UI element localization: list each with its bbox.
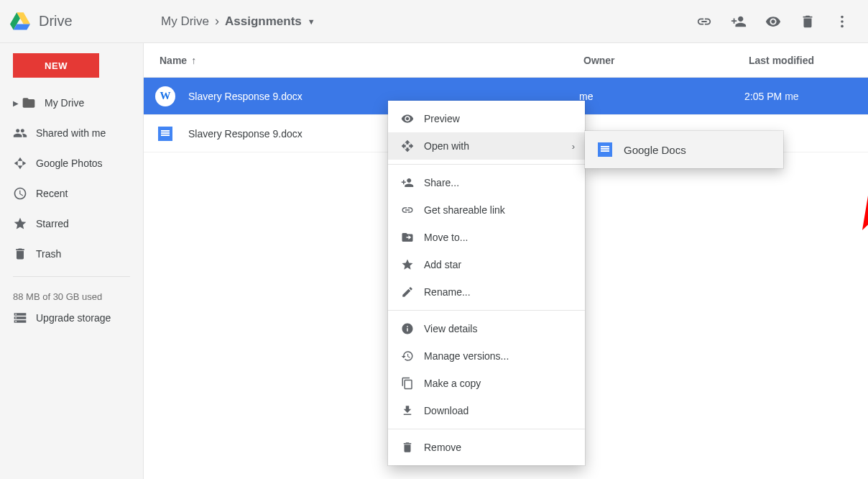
brand-text: Drive [39, 13, 73, 29]
breadcrumb-dropdown-icon[interactable]: ▼ [308, 17, 315, 26]
star-icon [401, 258, 424, 271]
storage-text: 88 MB of 30 GB used [0, 284, 143, 311]
breadcrumb: My Drive › Assignments ▼ [161, 14, 315, 29]
file-list-panel: Name↑ Owner Last modified W Slavery Resp… [144, 43, 868, 479]
storage-icon [13, 311, 36, 325]
svg-point-4 [841, 20, 844, 23]
submenu-label: Google Docs [624, 144, 686, 156]
ctx-share[interactable]: Share... [388, 169, 585, 196]
sidebar-item-label: Starred [36, 218, 69, 229]
people-icon [13, 126, 36, 140]
column-name[interactable]: Name↑ [160, 55, 583, 66]
ctx-label: Rename... [424, 286, 471, 298]
ctx-label: Share... [424, 177, 459, 188]
eye-icon [401, 112, 424, 125]
preview-button[interactable] [757, 6, 789, 37]
copy-icon [401, 377, 424, 390]
drive-logo-icon [10, 12, 30, 31]
ctx-label: View details [424, 323, 477, 334]
get-link-button[interactable] [688, 6, 720, 37]
submenu-google-docs[interactable]: Google Docs [585, 131, 783, 168]
info-icon [401, 322, 424, 335]
topbar: Drive My Drive › Assignments ▼ [0, 0, 868, 43]
ctx-download[interactable]: Download [388, 397, 585, 424]
sidebar-item-shared[interactable]: Shared with me [0, 118, 143, 148]
sidebar-item-starred[interactable]: Starred [0, 209, 143, 239]
ctx-label: Move to... [424, 232, 468, 243]
logo-area[interactable]: Drive [10, 12, 144, 31]
clock-icon [13, 186, 36, 201]
upgrade-storage-link[interactable]: Upgrade storage [0, 311, 143, 325]
ctx-label: Make a copy [424, 378, 481, 389]
file-modified: 2:05 PMme [744, 91, 868, 102]
folder-icon [22, 96, 45, 110]
ctx-add-star[interactable]: Add star [388, 251, 585, 278]
sort-arrow-icon: ↑ [191, 55, 196, 66]
file-owner: me [579, 91, 744, 102]
ctx-rename[interactable]: Rename... [388, 278, 585, 306]
submenu-arrow-icon: › [572, 141, 575, 152]
open-with-submenu: Google Docs [585, 131, 783, 168]
upgrade-label: Upgrade storage [36, 312, 111, 324]
ctx-label: Add star [424, 259, 461, 270]
sidebar-item-my-drive[interactable]: ▶ My Drive [0, 88, 143, 118]
sidebar-item-recent[interactable]: Recent [0, 178, 143, 209]
ctx-label: Get shareable link [424, 204, 505, 216]
ctx-open-with[interactable]: Open with › [388, 132, 585, 160]
column-owner[interactable]: Owner [583, 55, 749, 66]
ctx-remove[interactable]: Remove [388, 434, 585, 461]
sidebar-item-label: Trash [36, 248, 61, 260]
ctx-manage-versions[interactable]: Manage versions... [388, 342, 585, 370]
trash-icon [13, 247, 36, 261]
ctx-make-copy[interactable]: Make a copy [388, 370, 585, 397]
sidebar-item-trash[interactable]: Trash [0, 239, 143, 269]
history-icon [401, 350, 424, 362]
expand-icon[interactable]: ▶ [13, 99, 20, 107]
context-menu: Preview Open with › Share... Get shareab… [388, 101, 585, 465]
share-button[interactable] [723, 6, 754, 37]
list-header: Name↑ Owner Last modified [144, 43, 868, 78]
ctx-get-link[interactable]: Get shareable link [388, 196, 585, 224]
docs-icon [598, 142, 624, 157]
person-add-icon [401, 176, 424, 189]
ctx-label: Remove [424, 442, 461, 453]
ctx-label: Preview [424, 113, 460, 124]
download-icon [401, 404, 424, 417]
ctx-move-to[interactable]: Move to... [388, 224, 585, 251]
edit-icon [401, 286, 424, 298]
sidebar-item-label: My Drive [45, 97, 84, 109]
topbar-actions [688, 6, 858, 37]
ctx-label: Open with [424, 140, 469, 152]
photos-icon [13, 156, 36, 170]
delete-button[interactable] [792, 6, 823, 37]
link-icon [401, 204, 424, 216]
chevron-right-icon: › [215, 14, 219, 29]
sidebar-item-photos[interactable]: Google Photos [0, 148, 143, 178]
more-button[interactable] [826, 6, 858, 37]
svg-point-3 [841, 15, 844, 18]
sidebar-item-label: Google Photos [36, 158, 103, 169]
svg-point-5 [841, 24, 844, 27]
ctx-view-details[interactable]: View details [388, 315, 585, 342]
sidebar: NEW ▶ My Drive Shared with me Google Pho… [0, 43, 144, 479]
folder-move-icon [401, 231, 424, 244]
word-doc-icon: W [152, 83, 178, 109]
star-icon [13, 216, 36, 231]
open-with-icon [401, 140, 424, 152]
trash-icon [401, 441, 424, 454]
new-button[interactable]: NEW [13, 53, 99, 78]
svg-marker-6 [862, 187, 868, 378]
breadcrumb-parent[interactable]: My Drive [161, 14, 209, 29]
ctx-label: Download [424, 405, 468, 416]
sidebar-item-label: Shared with me [36, 127, 106, 139]
column-modified[interactable]: Last modified [749, 55, 868, 66]
sidebar-item-label: Recent [36, 188, 68, 199]
breadcrumb-current[interactable]: Assignments [225, 14, 302, 29]
ctx-preview[interactable]: Preview [388, 105, 585, 132]
annotation-arrow [848, 187, 868, 388]
ctx-label: Manage versions... [424, 350, 509, 362]
docs-icon [152, 121, 178, 147]
